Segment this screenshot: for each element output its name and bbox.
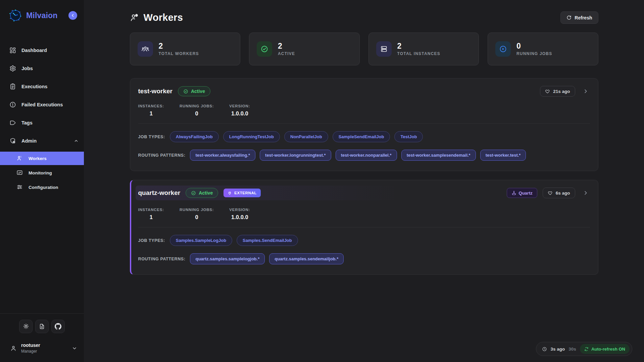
running-jobs-value: 0	[195, 214, 198, 220]
person-icon	[10, 345, 17, 352]
card-divider	[138, 227, 590, 227]
quartz-badge[interactable]: Quartz	[507, 188, 537, 198]
sidebar-item-label: Monitoring	[29, 170, 52, 175]
worker-mini-stats: INSTANCES: 1 RUNNING JOBS: 0 VERSION: 1.…	[138, 104, 590, 117]
server-icon	[376, 41, 392, 57]
theme-toggle-button[interactable]	[19, 320, 33, 333]
worker-mini-stats: INSTANCES: 1 RUNNING JOBS: 0 VERSION: 1.…	[138, 208, 590, 220]
routing-pattern-chip[interactable]: test-worker.nonparallel.*	[336, 150, 397, 161]
sidebar-item-jobs[interactable]: Jobs	[0, 61, 84, 76]
dashboard-grid-icon	[9, 47, 16, 54]
user-name: rootuser	[21, 343, 67, 349]
job-type-chip[interactable]: Samples.SendEmailJob	[237, 235, 298, 246]
routing-pattern-chip[interactable]: quartz.samples.samplelogjob.*	[190, 253, 265, 264]
shield-admin-icon	[9, 138, 16, 144]
instances-label: INSTANCES:	[138, 208, 164, 212]
routing-pattern-chip[interactable]: test-worker.longrunningtest.*	[260, 150, 331, 161]
github-button[interactable]	[51, 320, 65, 333]
heart-icon	[548, 191, 553, 196]
app-window: Milvaion Dashboard Jobs	[0, 0, 644, 362]
molecule-icon	[511, 191, 516, 196]
monitoring-chart-icon	[16, 169, 23, 176]
refresh-label: Refresh	[575, 15, 592, 20]
version-value: 1.0.0.0	[231, 110, 248, 117]
worker-card-header: quartz-worker Active EXTERNAL	[136, 186, 592, 200]
alert-circle-icon	[9, 101, 16, 108]
sidebar-item-monitoring[interactable]: Monitoring	[0, 166, 84, 179]
stat-card-total-workers: 2 TOTAL WORKERS	[130, 33, 241, 65]
worker-name: test-worker	[138, 88, 172, 95]
check-circle-icon	[191, 191, 196, 196]
routing-pattern-chip[interactable]: test-worker.test.*	[480, 150, 526, 161]
sidebar-item-label: Tags	[21, 120, 33, 125]
sidebar-collapse-button[interactable]	[68, 11, 77, 20]
running-jobs-label: RUNNING JOBS:	[180, 208, 214, 212]
routing-patterns-label: ROUTING PATTERNS:	[138, 257, 186, 261]
last-seen-pill[interactable]: 21s ago	[540, 86, 575, 97]
sidebar-item-dashboard[interactable]: Dashboard	[0, 43, 84, 58]
document-icon	[39, 323, 45, 329]
sidebar-item-tags[interactable]: Tags	[0, 115, 84, 130]
sidebar: Milvaion Dashboard Jobs	[0, 0, 84, 362]
external-badge: EXTERNAL	[224, 189, 261, 197]
clock-logo-icon	[9, 9, 22, 22]
routing-pattern-chip[interactable]: test-worker.alwaysfailing.*	[190, 150, 255, 161]
instances-label: INSTANCES:	[138, 104, 164, 108]
expand-worker-button[interactable]	[581, 189, 590, 197]
heart-icon	[545, 89, 550, 94]
workers-gear-icon	[130, 13, 139, 22]
job-type-chip[interactable]: SampleSendEmailJob	[333, 131, 390, 142]
refresh-cw-icon	[584, 347, 589, 351]
docs-button[interactable]	[35, 320, 49, 333]
sun-icon	[23, 323, 29, 329]
routing-pattern-chips: test-worker.alwaysfailing.*test-worker.l…	[190, 150, 526, 161]
logo-row: Milvaion	[0, 0, 84, 25]
job-type-chip[interactable]: LongRunningTestJob	[223, 131, 280, 142]
status-badge-active: Active	[178, 86, 210, 96]
stat-value: 2	[159, 42, 199, 50]
worker-card-header: test-worker Active 21s ago	[138, 86, 590, 97]
user-menu[interactable]: rootuser Manager	[0, 333, 84, 362]
sidebar-item-label: Configuration	[29, 185, 58, 190]
stats-row: 2 TOTAL WORKERS 2 ACTIVE	[130, 33, 598, 65]
job-types-label: JOB TYPES:	[138, 135, 165, 139]
refresh-button[interactable]: Refresh	[560, 11, 598, 24]
job-type-chip[interactable]: Samples.SampleLogJob	[170, 235, 232, 246]
sidebar-item-failed-executions[interactable]: Failed Executions	[0, 97, 84, 112]
routing-patterns-label: ROUTING PATTERNS:	[138, 153, 186, 158]
status-badge-active: Active	[186, 188, 218, 198]
quartz-label: Quartz	[519, 191, 533, 196]
instances-value: 1	[150, 110, 153, 117]
main-content: Workers Refresh 2 TOTAL W	[84, 0, 644, 362]
stat-label: RUNNING JOBS	[516, 51, 552, 56]
auto-refresh-label: Auto-refresh ON	[591, 347, 625, 352]
expand-worker-button[interactable]	[581, 87, 590, 96]
last-refresh-text: 3s ago	[551, 347, 565, 352]
job-type-chip[interactable]: NonParallelJob	[284, 131, 328, 142]
last-seen-pill[interactable]: 6s ago	[543, 188, 575, 198]
stat-label: TOTAL WORKERS	[159, 51, 199, 56]
sidebar-item-admin[interactable]: Admin	[0, 134, 84, 148]
sidebar-item-executions[interactable]: Executions	[0, 79, 84, 94]
sidebar-item-configuration[interactable]: Configuration	[0, 180, 84, 194]
job-type-chip[interactable]: TestJob	[394, 131, 423, 142]
sidebar-nav: Dashboard Jobs Executions Failed Executi…	[0, 40, 84, 195]
routing-pattern-chip[interactable]: quartz.samples.sendemailjob.*	[269, 253, 344, 264]
status-label: Active	[191, 89, 205, 94]
tag-icon	[9, 119, 16, 126]
auto-refresh-toggle[interactable]: Auto-refresh ON	[580, 344, 630, 354]
stat-value: 2	[397, 42, 440, 50]
last-seen-label: 6s ago	[556, 191, 570, 196]
job-types-row: JOB TYPES: Samples.SampleLogJobSamples.S…	[138, 235, 590, 246]
instances-value: 1	[150, 214, 153, 220]
sidebar-item-workers[interactable]: Workers	[0, 152, 84, 165]
refresh-icon	[566, 15, 572, 20]
worker-person-icon	[16, 155, 23, 162]
external-label: EXTERNAL	[234, 191, 257, 195]
clock-icon	[542, 347, 547, 352]
routing-pattern-chip[interactable]: test-worker.samplesendemail.*	[401, 150, 476, 161]
job-types-row: JOB TYPES: AlwaysFailingJobLongRunningTe…	[138, 131, 590, 142]
user-role: Manager	[21, 349, 67, 354]
last-seen-label: 21s ago	[553, 89, 570, 94]
job-type-chip[interactable]: AlwaysFailingJob	[170, 131, 219, 142]
